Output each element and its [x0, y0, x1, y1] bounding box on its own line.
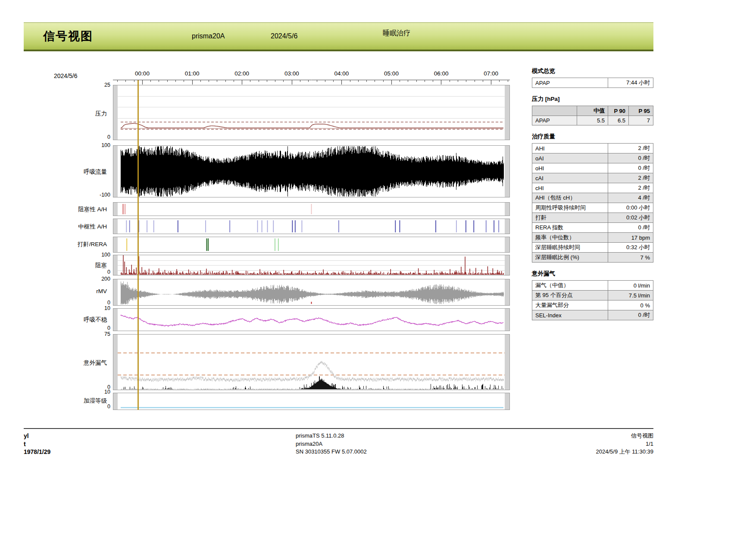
signal-canvas-obstruction — [113, 255, 509, 275]
device-model: prisma20A — [296, 440, 367, 448]
stat-label: 周期性呼吸持续时间 — [532, 203, 608, 213]
y-axis-label: 10 — [80, 305, 110, 311]
table-row: cHI2 /时 — [532, 183, 653, 193]
table-header-row: 中值 P 90 P 95 — [532, 106, 653, 116]
report-type: 信号视图 — [596, 432, 653, 440]
stat-value: 6.5 — [608, 116, 629, 125]
section-title-mode: 模式总览 — [532, 67, 653, 75]
y-axis-label: 0 — [80, 300, 110, 306]
stat-label: AHI — [532, 144, 608, 153]
signal-canvas-snore-rera — [113, 237, 509, 252]
stat-label: SEL-Index — [532, 310, 608, 320]
report-header-bar: 信号视图 prisma20A 2024/5/6 睡眠治疗 — [24, 22, 653, 51]
time-tick-label: 00:00 — [135, 70, 150, 77]
section-title-pressure: 压力 [hPa] — [532, 95, 653, 103]
y-axis-label: 100 — [80, 252, 110, 258]
serial-firmware: SN 30310355 FW 5.07.0002 — [296, 448, 367, 456]
stat-label: 第 95 个百分点 — [532, 291, 608, 300]
pressure-table: 中值 P 90 P 95 APAP 5.5 6.5 7 — [532, 106, 653, 125]
stat-value: 2 /时 — [608, 183, 653, 193]
table-row: 深层睡眠持续时间0:32 小时 — [532, 243, 653, 253]
report-page: 信号视图 prisma20A 2024/5/6 睡眠治疗 2024/5/6 00… — [0, 0, 756, 535]
mode-table: APAP 7:44 小时 — [532, 78, 653, 88]
signal-canvas-obstructive-ah — [113, 203, 509, 216]
channel-label-obstruction: 阻塞 — [30, 262, 107, 269]
stat-value: 0 /时 — [608, 223, 653, 233]
stat-value: 5.5 — [577, 116, 608, 125]
therapy-type: 睡眠治疗 — [383, 29, 410, 38]
stat-label: AHI（包括 cH） — [532, 193, 608, 203]
device-name: prisma20A — [192, 32, 225, 40]
panel-central-ah — [113, 219, 510, 234]
time-tick-label: 03:00 — [284, 70, 299, 77]
time-tick-label: 01:00 — [185, 70, 200, 77]
stat-label: 大量漏气部分 — [532, 300, 608, 310]
channel-label-leak: 意外漏气 — [30, 359, 107, 367]
panel-obstructive-ah — [113, 202, 510, 216]
stat-value: 4 /时 — [608, 193, 653, 203]
print-timestamp: 2024/5/9 上午 11:30:39 — [596, 448, 653, 456]
y-axis-label: 100 — [80, 142, 110, 148]
stat-label: APAP — [532, 116, 577, 125]
footer-page-block: 信号视图 1/1 2024/5/9 上午 11:30:39 — [596, 432, 653, 456]
signal-canvas-pressure — [113, 85, 509, 140]
stat-value: 0:32 小时 — [608, 243, 653, 253]
table-row: 第 95 个百分点7.5 l/min — [532, 291, 653, 300]
stat-value: 7 — [629, 116, 653, 125]
time-tick-label: 06:00 — [434, 70, 449, 77]
stat-label: 打鼾 — [532, 213, 608, 223]
y-axis-label: 0 — [80, 325, 110, 331]
table-row: AHI（包括 cH）4 /时 — [532, 193, 653, 203]
report-date: 2024/5/6 — [271, 32, 297, 40]
stat-value: 7.5 l/min — [608, 291, 653, 300]
y-axis-label: 0 — [80, 404, 110, 410]
channel-label-instability: 呼吸不稳 — [30, 316, 107, 324]
table-row: 打鼾0:02 小时 — [532, 213, 653, 223]
table-row: 大量漏气部分0 % — [532, 300, 653, 310]
stat-label: 漏气（中值） — [532, 281, 608, 291]
time-tick-label: 05:00 — [384, 70, 399, 77]
signal-canvas-rmv — [113, 279, 509, 305]
signal-canvas-leak — [113, 335, 509, 390]
signal-canvas-humidifier — [113, 393, 509, 410]
time-tick-label: 07:00 — [484, 70, 498, 77]
software-version: prismaTS 5.11.0.28 — [296, 432, 367, 440]
panel-flow — [113, 145, 510, 197]
section-title-leak: 意外漏气 — [532, 270, 653, 278]
panel-humidifier — [113, 393, 510, 410]
signal-canvas-instability — [113, 309, 509, 331]
signal-canvas-flow — [113, 146, 509, 197]
patient-name: yl — [24, 432, 50, 440]
stat-value: 2 /时 — [608, 173, 653, 183]
column-header: P 90 — [608, 106, 629, 116]
report-title: 信号视图 — [43, 28, 93, 44]
channel-label-flow: 呼吸流量 — [30, 168, 107, 176]
panel-snore-rera — [113, 237, 510, 253]
footer-patient-block: yl t 1978/1/29 — [24, 432, 50, 456]
y-axis-label: 75 — [80, 331, 110, 337]
table-row: APAP 5.5 6.5 7 — [532, 116, 653, 125]
footer-software-block: prismaTS 5.11.0.28 prisma20A SN 30310355… — [296, 432, 367, 456]
stat-value: 0 % — [608, 300, 653, 310]
stat-value: 7:44 小时 — [608, 78, 653, 88]
stat-value: 0 /时 — [608, 153, 653, 163]
quality-table: AHI2 /时 oAI0 /时 oHI0 /时 cAI2 /时 cHI2 /时 … — [532, 143, 653, 263]
table-row: RERA 指数0 /时 — [532, 223, 653, 233]
stat-value: 17 bpm — [608, 233, 653, 243]
stat-value: 2 /时 — [608, 144, 653, 153]
time-axis — [113, 80, 510, 85]
patient-dob: 1978/1/29 — [24, 448, 50, 456]
stat-label: 深层睡眠比例 (%) — [532, 253, 608, 263]
stat-label: APAP — [532, 78, 608, 88]
panel-instability — [113, 308, 510, 331]
table-row: APAP 7:44 小时 — [532, 78, 653, 88]
channel-label-rmv: rMV — [30, 288, 107, 294]
channel-label-central-ah: 中枢性 A/H — [30, 223, 107, 231]
table-row: SEL-Index0 /时 — [532, 310, 653, 320]
panel-rmv — [113, 279, 510, 306]
section-title-quality: 治疗质量 — [532, 133, 653, 141]
chart-date-label: 2024/5/6 — [54, 72, 78, 79]
panel-pressure — [113, 85, 510, 140]
channel-label-snore-rera: 打鼾/RERA — [30, 241, 107, 248]
y-axis-label: 0 — [80, 134, 110, 140]
